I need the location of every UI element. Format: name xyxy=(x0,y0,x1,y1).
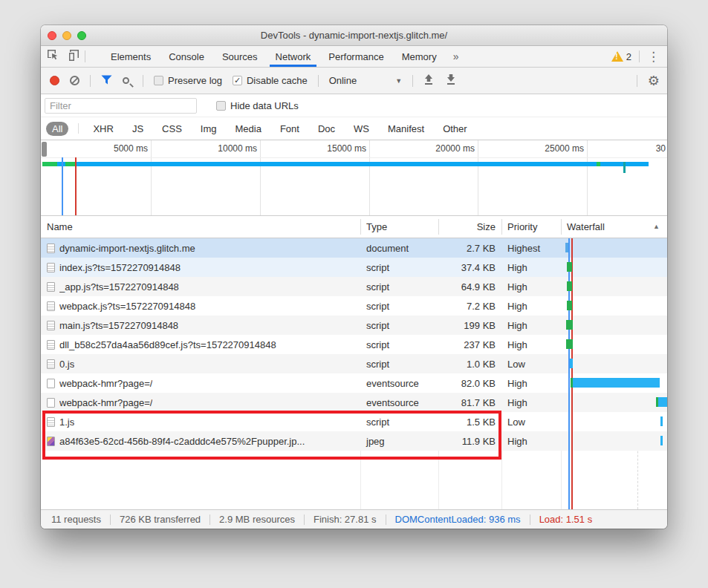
zoom-window-button[interactable] xyxy=(77,31,86,40)
close-window-button[interactable] xyxy=(48,31,56,40)
pill-img[interactable]: Img xyxy=(196,122,221,136)
column-header-priority[interactable]: Priority xyxy=(501,221,561,232)
preserve-log-checkbox-box xyxy=(154,76,163,85)
resource-type-icon xyxy=(47,282,55,292)
disable-cache-checkbox[interactable]: Disable cache xyxy=(233,75,308,86)
pill-other[interactable]: Other xyxy=(438,122,472,136)
timeline-scrubber-handle[interactable] xyxy=(42,142,47,157)
devtools-window: DevTools - dynamic-import-nextjs.glitch.… xyxy=(41,25,667,529)
disable-cache-label: Disable cache xyxy=(247,75,308,86)
filter-input[interactable] xyxy=(45,98,197,114)
export-har-icon[interactable] xyxy=(446,74,456,88)
request-type: eventsource xyxy=(360,378,438,389)
tab-sources[interactable]: Sources xyxy=(213,46,267,67)
column-header-size[interactable]: Size xyxy=(438,221,501,232)
search-icon[interactable] xyxy=(123,77,129,84)
tab-network[interactable]: Network xyxy=(267,46,320,67)
resource-type-filters: All XHR JS CSS Img Media Font Doc WS Man… xyxy=(41,117,667,140)
status-bar: 11 requests 726 KB transferred 2.9 MB re… xyxy=(41,509,667,529)
filter-row: Hide data URLs xyxy=(41,94,667,117)
waterfall-bar xyxy=(567,262,572,272)
request-name: _app.js?ts=1572270914848 xyxy=(59,281,179,293)
warning-badge[interactable]: 2 xyxy=(611,51,631,62)
request-size: 1.0 KB xyxy=(438,359,501,370)
panel-tabs: Elements Console Sources Network Perform… xyxy=(102,46,466,67)
request-type: script xyxy=(360,262,438,273)
preserve-log-checkbox[interactable]: Preserve log xyxy=(154,75,222,86)
highlight-annotation-box xyxy=(42,411,501,460)
pill-js[interactable]: JS xyxy=(128,122,148,136)
request-priority: High xyxy=(501,397,561,408)
column-header-waterfall[interactable]: Waterfall xyxy=(561,221,667,232)
resource-type-icon xyxy=(47,379,55,388)
disable-cache-checkbox-box xyxy=(233,76,242,85)
hide-data-urls-checkbox-box xyxy=(216,101,226,111)
kebab-menu-icon[interactable]: ⋮ xyxy=(647,50,660,63)
window-title: DevTools - dynamic-import-nextjs.glitch.… xyxy=(261,30,447,41)
filter-funnel-icon[interactable] xyxy=(101,75,112,87)
request-priority: High xyxy=(501,320,561,331)
throttling-dropdown[interactable]: Online ▼ xyxy=(329,75,403,86)
pill-ws[interactable]: WS xyxy=(349,122,374,136)
timeline-tick-label: 5000 ms xyxy=(88,143,148,154)
pill-xhr[interactable]: XHR xyxy=(88,122,117,136)
table-row[interactable]: 0.js script 1.0 KB Low xyxy=(41,354,667,373)
device-toolbar-icon[interactable] xyxy=(67,49,80,64)
pill-all[interactable]: All xyxy=(46,122,68,136)
more-tabs-button[interactable]: » xyxy=(446,46,467,67)
hide-data-urls-checkbox[interactable]: Hide data URLs xyxy=(216,100,299,111)
resource-type-icon xyxy=(47,263,55,272)
table-row[interactable]: webpack.js?ts=1572270914848 script 7.2 K… xyxy=(41,296,667,316)
request-priority: High xyxy=(501,262,561,273)
waterfall-bar xyxy=(660,416,663,426)
clear-icon[interactable] xyxy=(70,76,79,85)
load-marker-line xyxy=(75,157,77,215)
table-row[interactable]: _app.js?ts=1572270914848 script 64.9 KB … xyxy=(41,277,667,296)
dcl-marker-line xyxy=(568,238,570,509)
column-header-type[interactable]: Type xyxy=(360,221,438,232)
hide-data-urls-label: Hide data URLs xyxy=(230,100,299,111)
table-row[interactable]: dynamic-import-nextjs.glitch.me document… xyxy=(41,238,667,258)
pill-css[interactable]: CSS xyxy=(157,122,186,136)
timeline-tick-label: 25000 ms xyxy=(524,143,584,154)
record-button[interactable] xyxy=(50,76,59,85)
tab-elements[interactable]: Elements xyxy=(102,46,160,67)
request-size: 7.2 KB xyxy=(438,301,501,312)
request-size: 2.7 KB xyxy=(438,243,501,254)
pill-doc[interactable]: Doc xyxy=(314,122,340,136)
gear-icon[interactable]: ⚙ xyxy=(648,73,660,89)
pill-font[interactable]: Font xyxy=(276,122,304,136)
pill-manifest[interactable]: Manifest xyxy=(383,122,429,136)
pill-media[interactable]: Media xyxy=(230,122,265,136)
inspect-element-icon[interactable] xyxy=(47,49,59,64)
request-name: webpack.js?ts=1572270914848 xyxy=(59,301,195,312)
request-priority: High xyxy=(501,301,561,312)
overview-green-segment xyxy=(42,162,57,166)
network-overview-timeline[interactable]: 5000 ms 10000 ms 15000 ms 20000 ms 25000… xyxy=(41,140,667,216)
table-row[interactable]: dll_b58c257da4aa56d89cef.js?ts=157227091… xyxy=(41,335,667,354)
waterfall-bar xyxy=(566,320,573,330)
minimize-window-button[interactable] xyxy=(62,31,71,40)
request-priority: High xyxy=(501,281,561,293)
request-name: dynamic-import-nextjs.glitch.me xyxy=(59,243,195,254)
resource-type-icon xyxy=(47,301,55,311)
load-marker-line xyxy=(571,238,573,509)
request-type: script xyxy=(360,320,438,331)
table-row[interactable]: webpack-hmr?page=/ eventsource 81.7 KB H… xyxy=(41,393,667,412)
request-type: script xyxy=(360,281,438,293)
resource-type-icon xyxy=(47,359,55,369)
import-har-icon[interactable] xyxy=(423,74,434,88)
request-name: webpack-hmr?page=/ xyxy=(59,378,152,389)
tab-memory[interactable]: Memory xyxy=(393,46,446,67)
tab-console[interactable]: Console xyxy=(160,46,213,67)
table-row[interactable]: main.js?ts=1572270914848 script 199 KB H… xyxy=(41,316,667,335)
tab-performance[interactable]: Performance xyxy=(319,46,392,67)
request-priority: Highest xyxy=(501,243,561,254)
table-row[interactable]: index.js?ts=1572270914848 script 37.4 KB… xyxy=(41,258,667,277)
requests-table-header: Name Type Size Priority Waterfall ▲ xyxy=(41,216,667,238)
overview-activity-bar xyxy=(42,162,649,166)
request-name: index.js?ts=1572270914848 xyxy=(59,262,181,273)
column-header-name[interactable]: Name xyxy=(41,221,360,232)
sort-ascending-icon[interactable]: ▲ xyxy=(653,223,660,230)
waterfall-bar xyxy=(656,397,667,407)
